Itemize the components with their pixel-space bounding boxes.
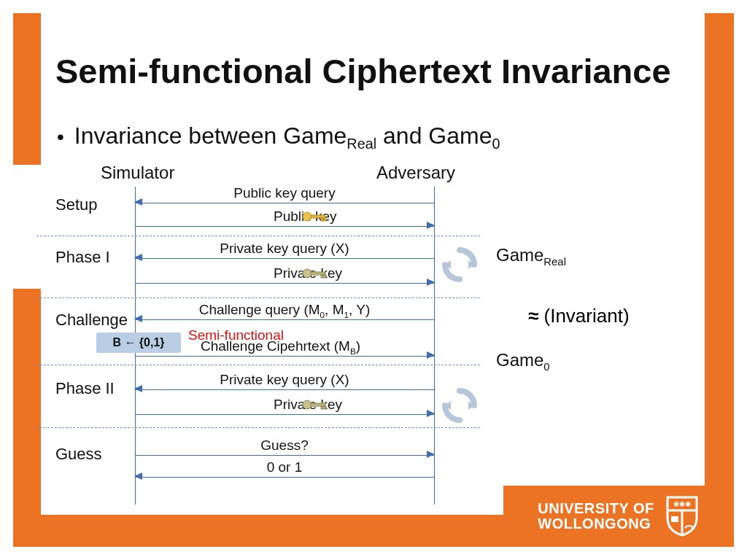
- svg-rect-5: [311, 272, 325, 275]
- msg-label: Challenge query (M0, M1, Y): [135, 302, 434, 319]
- msg-sk-query-2: Private key query (X): [135, 372, 434, 394]
- msg-label: Public key query: [135, 185, 434, 201]
- svg-rect-11: [324, 406, 326, 409]
- game-zero-label: Game0: [496, 350, 550, 373]
- university-badge: UNIVERSITY OF WOLLONGONG ✱✱✱: [503, 486, 734, 547]
- svg-text:✱✱✱: ✱✱✱: [673, 500, 691, 508]
- svg-point-0: [303, 212, 311, 221]
- msg-sk-reply-2: Private key: [135, 397, 434, 419]
- msg-label: Private key query (X): [135, 241, 434, 257]
- msg-label: Challenge Cipehrtext (MB): [135, 338, 434, 356]
- msg-label: 0 or 1: [135, 459, 434, 475]
- cycle-icon: [441, 246, 479, 284]
- approx-symbol: ≈ (Invariant): [528, 305, 630, 327]
- svg-rect-10: [321, 406, 323, 409]
- phase-1: Phase I: [55, 248, 110, 267]
- svg-rect-19: [671, 516, 678, 522]
- bullet-line: • Invariance between GameReal and Game0: [57, 122, 500, 152]
- msg-label: Guess?: [135, 438, 434, 454]
- white-area: [0, 165, 41, 289]
- game-real-label: GameReal: [496, 245, 566, 268]
- separator: [36, 298, 480, 298]
- simulator-label: Simulator: [101, 163, 174, 183]
- svg-rect-7: [324, 275, 326, 278]
- msg-pk-query: Public key query: [135, 185, 434, 207]
- separator: [36, 236, 480, 236]
- separator: [36, 427, 480, 428]
- msg-guess-query: Guess?: [135, 438, 434, 459]
- university-text: UNIVERSITY OF WOLLONGONG: [538, 501, 654, 532]
- msg-label: Private key: [135, 397, 434, 413]
- separator: [36, 365, 480, 365]
- bullet-dot: •: [57, 125, 64, 149]
- msg-label: Private key: [135, 265, 434, 281]
- key-icon: [301, 210, 329, 226]
- slide-title: Semi-functional Ciphertext Invariance: [55, 51, 671, 91]
- phase-2: Phase II: [55, 379, 115, 398]
- msg-label: Public key: [135, 209, 434, 225]
- msg-challenge-query: Challenge query (M0, M1, Y): [135, 302, 434, 324]
- svg-rect-9: [311, 403, 325, 406]
- shield-icon: ✱✱✱: [665, 496, 700, 537]
- msg-sk-reply-1: Private key: [135, 265, 434, 287]
- cycle-icon: [441, 386, 479, 424]
- svg-rect-2: [321, 218, 323, 221]
- msg-pk-reply: Public key: [135, 209, 434, 230]
- svg-rect-3: [324, 218, 326, 221]
- msg-guess-reply: 0 or 1: [135, 459, 434, 481]
- svg-rect-6: [321, 275, 323, 278]
- bullet-text: Invariance between GameReal and Game0: [74, 122, 500, 152]
- svg-rect-1: [311, 215, 325, 218]
- msg-challenge-reply: Challenge Cipehrtext (MB): [135, 338, 434, 360]
- phase-setup: Setup: [55, 195, 98, 214]
- phase-challenge: Challenge: [55, 311, 128, 330]
- svg-point-8: [303, 400, 311, 409]
- key-icon: [301, 398, 329, 414]
- adversary-label: Adversary: [376, 163, 455, 183]
- svg-point-4: [303, 269, 311, 278]
- key-icon: [301, 267, 329, 283]
- msg-label: Private key query (X): [135, 372, 434, 388]
- msg-sk-query-1: Private key query (X): [135, 241, 434, 262]
- phase-guess: Guess: [55, 445, 102, 464]
- white-area: [321, 0, 581, 26]
